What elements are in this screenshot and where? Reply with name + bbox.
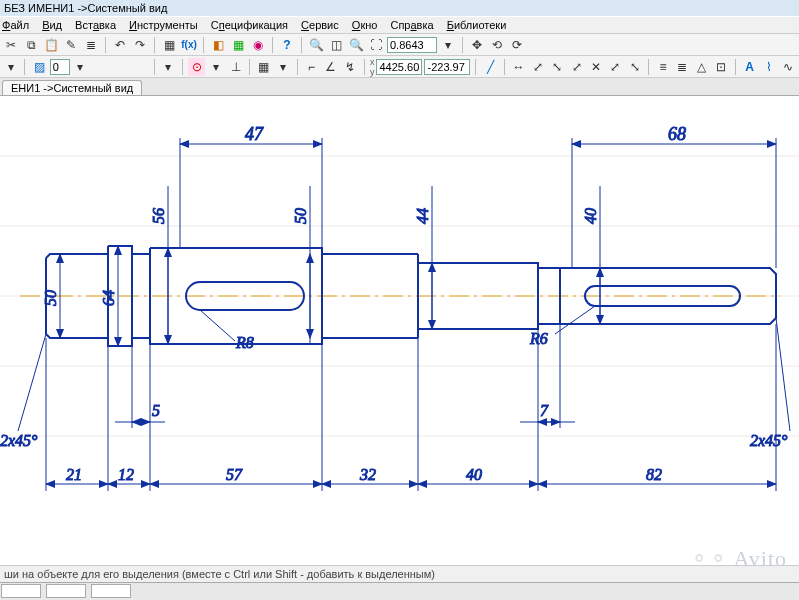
- dim-68: 68: [668, 124, 686, 144]
- dim-21: 21: [66, 466, 82, 483]
- chamfer-left: 2x45°: [0, 432, 38, 449]
- copy-icon[interactable]: ⧉: [22, 36, 40, 54]
- dim-7: 7: [540, 402, 549, 419]
- dim-47: 47: [245, 124, 264, 144]
- dim4-icon[interactable]: ⤢: [568, 58, 585, 76]
- sym5-icon[interactable]: A: [741, 58, 758, 76]
- rotate-icon[interactable]: ⟲: [488, 36, 506, 54]
- toolbar-1: ✂ ⧉ 📋 ✎ ≣ ↶ ↷ ▦ f(x) ◧ ▦ ◉ ? 🔍 ◫ 🔍 ⛶ ▾ ✥…: [0, 34, 799, 56]
- dim-12: 12: [118, 466, 134, 483]
- sym3-icon[interactable]: △: [693, 58, 710, 76]
- sym2-icon[interactable]: ≣: [674, 58, 691, 76]
- dim-d64: 64: [100, 290, 117, 306]
- zoom-input[interactable]: [387, 37, 437, 53]
- paste-icon[interactable]: 📋: [42, 36, 60, 54]
- menu-spec[interactable]: Спецификация: [211, 19, 288, 31]
- grid-icon[interactable]: ▦: [229, 36, 247, 54]
- svg-line-38: [18, 334, 46, 431]
- dropdown-icon[interactable]: ▾: [439, 36, 457, 54]
- layer-input[interactable]: [50, 59, 70, 75]
- window-title: БЕЗ ИМЕНИ1 ->Системный вид: [4, 2, 167, 14]
- dropdown2-icon[interactable]: ▾: [2, 58, 19, 76]
- menu-help[interactable]: Справка: [390, 19, 433, 31]
- marker-icon[interactable]: ◉: [249, 36, 267, 54]
- dd3-icon[interactable]: ▾: [160, 58, 177, 76]
- snap-icon[interactable]: ⊙: [188, 58, 205, 76]
- dim-82: 82: [646, 466, 662, 483]
- help-icon[interactable]: ?: [278, 36, 296, 54]
- dim-d40: 40: [582, 208, 599, 224]
- sym4-icon[interactable]: ⊡: [713, 58, 730, 76]
- menu-service[interactable]: Сервис: [301, 19, 339, 31]
- menu-libs[interactable]: Библиотеки: [447, 19, 507, 31]
- sym7-icon[interactable]: ∿: [780, 58, 797, 76]
- sym1-icon[interactable]: ≡: [654, 58, 671, 76]
- zoom-out-icon[interactable]: 🔍: [347, 36, 365, 54]
- props-icon[interactable]: ≣: [82, 36, 100, 54]
- dim-d50b: 50: [292, 208, 309, 224]
- coord-label: xy: [370, 57, 375, 77]
- perp-icon[interactable]: ⊥: [227, 58, 244, 76]
- menu-file[interactable]: Файл: [2, 19, 29, 31]
- tabbar: ЕНИ1 ->Системный вид: [0, 78, 799, 96]
- zoom-fit-icon[interactable]: ⛶: [367, 36, 385, 54]
- menu-tools[interactable]: Инструменты: [129, 19, 198, 31]
- line-icon[interactable]: ╱: [481, 58, 498, 76]
- dim-d56: 56: [150, 208, 167, 224]
- statusbar: ши на объекте для его выделения (вместе …: [0, 565, 799, 582]
- dim3-icon[interactable]: ⤡: [549, 58, 566, 76]
- sym6-icon[interactable]: ⌇: [760, 58, 777, 76]
- dim-r8: R8: [235, 334, 254, 351]
- pan-icon[interactable]: ✥: [468, 36, 486, 54]
- dim-57: 57: [226, 466, 243, 483]
- sheet-icon[interactable]: ▦: [160, 36, 178, 54]
- dim1-icon[interactable]: ↔: [510, 58, 527, 76]
- svg-line-27: [200, 310, 235, 341]
- status-hint: ши на объекте для его выделения (вместе …: [4, 568, 435, 580]
- coord-y-input[interactable]: [424, 59, 470, 75]
- dim-d50: 50: [42, 290, 59, 306]
- document-tab[interactable]: ЕНИ1 ->Системный вид: [2, 80, 142, 95]
- hatch-icon[interactable]: ▨: [30, 58, 47, 76]
- gridsnap-icon[interactable]: ▦: [255, 58, 272, 76]
- undo-icon[interactable]: ↶: [111, 36, 129, 54]
- dim-d44: 44: [414, 208, 431, 224]
- ortho-icon[interactable]: ⌐: [303, 58, 320, 76]
- redo-icon[interactable]: ↷: [131, 36, 149, 54]
- dim-32: 32: [359, 466, 376, 483]
- dim-5: 5: [152, 402, 160, 419]
- angle-icon[interactable]: ∠: [322, 58, 339, 76]
- dim5-icon[interactable]: ✕: [587, 58, 604, 76]
- menu-window[interactable]: Окно: [352, 19, 378, 31]
- tab-label: ЕНИ1 ->Системный вид: [11, 82, 133, 94]
- menu-view[interactable]: Вид: [42, 19, 62, 31]
- brush-icon[interactable]: ✎: [62, 36, 80, 54]
- dim6-icon[interactable]: ⤢: [607, 58, 624, 76]
- bottom-tabs: [0, 582, 799, 600]
- layer-dd-icon[interactable]: ▾: [72, 58, 89, 76]
- dim-40b: 40: [466, 466, 482, 483]
- snap-dd-icon[interactable]: ▾: [207, 58, 224, 76]
- toolbar-2: ▾ ▨ ▾ ▾ ⊙ ▾ ⊥ ▦ ▾ ⌐ ∠ ↯ xy ╱ ↔ ⤢ ⤡ ⤢ ✕ ⤢…: [0, 56, 799, 78]
- zoom-in-icon[interactable]: 🔍: [307, 36, 325, 54]
- menubar: Файл Вид Вставка Инструменты Спецификаци…: [0, 16, 799, 34]
- layers-icon[interactable]: ◧: [209, 36, 227, 54]
- refresh-icon[interactable]: ⟳: [508, 36, 526, 54]
- svg-line-39: [776, 318, 790, 431]
- coord-icon[interactable]: ↯: [342, 58, 359, 76]
- coord-x-input[interactable]: [376, 59, 422, 75]
- gridsnap-dd-icon[interactable]: ▾: [275, 58, 292, 76]
- dim7-icon[interactable]: ⤡: [626, 58, 643, 76]
- drawing-canvas[interactable]: 47 68 50 64 56 50 44 40 R8 R6: [0, 96, 799, 556]
- dim2-icon[interactable]: ⤢: [529, 58, 546, 76]
- zoom-window-icon[interactable]: ◫: [327, 36, 345, 54]
- chamfer-right: 2x45°: [750, 432, 788, 449]
- fx-icon[interactable]: f(x): [180, 36, 198, 54]
- titlebar: БЕЗ ИМЕНИ1 ->Системный вид: [0, 0, 799, 16]
- menu-insert[interactable]: Вставка: [75, 19, 116, 31]
- cut-icon[interactable]: ✂: [2, 36, 20, 54]
